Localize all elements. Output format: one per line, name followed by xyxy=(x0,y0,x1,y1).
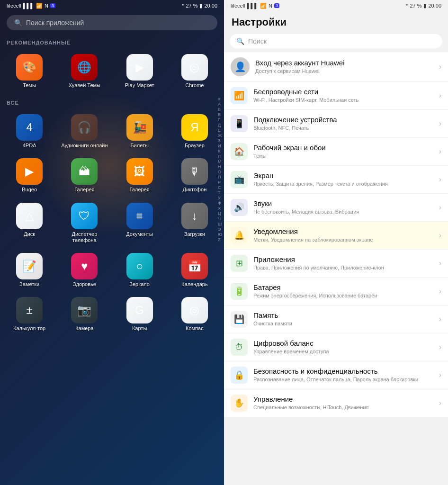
app-item-browser[interactable]: Я Браузер xyxy=(168,110,221,153)
alphabet-letter-Ч[interactable]: Ч xyxy=(218,216,222,221)
settings-icon-manage: ✋ xyxy=(231,395,248,412)
settings-text-security: Безопасность и конфиденциальность Распоз… xyxy=(253,367,435,383)
alphabet-letter-Ю[interactable]: Ю xyxy=(218,232,222,237)
settings-desc-battery: Режим энергосбережения, Использование ба… xyxy=(253,292,435,299)
alphabet-sidebar[interactable]: #АБВГДЕЖЗИКЛМНОПРСТУФХЦЧШЭЮZ xyxy=(216,95,224,244)
settings-item-security[interactable]: 🔒 Безопасность и конфиденциальность Расп… xyxy=(224,361,448,389)
app-item-temy[interactable]: 🎨 Темы xyxy=(3,50,56,92)
alphabet-letter-Б[interactable]: Б xyxy=(218,107,222,112)
alphabet-letter-Е[interactable]: Е xyxy=(218,128,222,133)
app-item-video[interactable]: ▶ Bugeo xyxy=(3,154,56,197)
app-item-mirror[interactable]: ○ Зеркало xyxy=(113,249,166,291)
app-search-placeholder: Поиск приложений xyxy=(26,19,84,27)
settings-search-placeholder: Поиск xyxy=(248,37,267,45)
app-icon-symbol-video: ▶ xyxy=(25,165,34,178)
alphabet-letter-Z[interactable]: Z xyxy=(218,237,222,242)
alphabet-letter-Ш[interactable]: Ш xyxy=(218,222,222,226)
app-item-bilety[interactable]: 🚂 Билеты xyxy=(113,110,166,153)
alphabet-letter-#[interactable]: # xyxy=(218,97,222,101)
app-item-gallery1[interactable]: 🏔 Галерея xyxy=(58,154,111,197)
alphabet-letter-У[interactable]: У xyxy=(218,196,222,200)
app-item-disk[interactable]: △ Диск xyxy=(3,199,56,247)
app-item-chrome[interactable]: ◎ Chrome xyxy=(168,50,221,92)
app-item-calc[interactable]: ± Калькуля-тор xyxy=(3,293,56,335)
settings-item-sound[interactable]: 🔊 Звуки Не беспокоить, Мелодия вызова, В… xyxy=(224,194,448,222)
settings-item-display[interactable]: 📺 Экран Яркость, Защита зрения, Размер т… xyxy=(224,166,448,194)
app-item-gallery2[interactable]: 🖼 Галерея xyxy=(113,154,166,197)
app-label-calc: Калькуля-тор xyxy=(13,325,45,332)
alphabet-letter-Ф[interactable]: Ф xyxy=(218,201,222,206)
left-carrier: lifecell xyxy=(7,3,21,9)
alphabet-letter-С[interactable]: С xyxy=(218,185,222,190)
alphabet-letter-Т[interactable]: Т xyxy=(218,190,222,195)
app-item-downloads[interactable]: ↓ Загрузки xyxy=(168,199,221,247)
alphabet-letter-И[interactable]: И xyxy=(218,144,222,148)
app-item-compass[interactable]: ◎ Компас xyxy=(168,293,221,335)
app-label-camera: Камера xyxy=(75,325,93,332)
alphabet-letter-Ж[interactable]: Ж xyxy=(218,133,222,138)
avatar-icon-huawei-account: 👤 xyxy=(234,61,246,72)
alphabet-letter-П[interactable]: П xyxy=(218,175,222,180)
app-item-dispatcher[interactable]: 🛡 Диспетчер телефона xyxy=(58,199,111,247)
settings-arrow-balance: › xyxy=(439,343,441,351)
alphabet-letter-О[interactable]: О xyxy=(218,170,222,174)
left-signal-icon: ▌▌▌ xyxy=(23,3,34,9)
app-item-play[interactable]: ▶ Play Маркет xyxy=(113,50,166,92)
left-data-icon: 3 xyxy=(50,3,55,8)
app-item-huawei[interactable]: 🌐 Хуавей Темы xyxy=(58,50,111,92)
settings-item-wifi[interactable]: 📶 Беспроводные сети Wi-Fi, Настройки SIM… xyxy=(224,82,448,110)
app-item-camera[interactable]: 📷 Камера xyxy=(58,293,111,335)
settings-desc-balance: Управление временем доступа xyxy=(253,348,435,355)
alphabet-letter-Э[interactable]: Э xyxy=(218,227,222,232)
alphabet-letter-Д[interactable]: Д xyxy=(218,123,222,127)
alphabet-letter-З[interactable]: З xyxy=(218,138,222,143)
app-search-bar[interactable]: 🔍 Поиск приложений xyxy=(7,15,217,30)
settings-item-balance[interactable]: ⏱ Цифровой баланс Управление временем до… xyxy=(224,333,448,361)
app-label-notes: Заметки xyxy=(19,281,39,287)
app-item-docs[interactable]: ≡ Документы xyxy=(113,199,166,247)
settings-item-memory[interactable]: 💾 Память Очистка памяти › xyxy=(224,305,448,333)
alphabet-letter-Х[interactable]: Х xyxy=(218,206,222,211)
app-label-compass: Компас xyxy=(186,325,204,332)
app-item-health[interactable]: ♥ Здоровье xyxy=(58,249,111,291)
app-item-maps[interactable]: G Карты xyxy=(113,293,166,335)
settings-item-apps[interactable]: ⊞ Приложения Права, Приложения по умолча… xyxy=(224,250,448,278)
alphabet-letter-Н[interactable]: Н xyxy=(218,164,222,169)
settings-icon-sound: 🔊 xyxy=(231,199,248,216)
settings-item-bluetooth[interactable]: 📱 Подключение устройства Bluetooth, NFC,… xyxy=(224,110,448,138)
alphabet-letter-К[interactable]: К xyxy=(218,149,222,153)
app-item-notes[interactable]: 📝 Заметки xyxy=(3,249,56,291)
app-item-dictophone[interactable]: 🎙 Диктофон xyxy=(168,154,221,197)
settings-name-sound: Звуки xyxy=(253,199,435,207)
settings-item-homescreen[interactable]: 🏠 Рабочий экран и обои Темы › xyxy=(224,138,448,166)
settings-item-huawei-account[interactable]: 👤 Вход через аккаунт Huawei Доступ к сер… xyxy=(224,52,448,82)
app-item-4pda[interactable]: 4 4PDA xyxy=(3,110,56,153)
settings-icon-wifi: 📶 xyxy=(231,87,248,104)
app-icon-bilety: 🚂 xyxy=(126,114,153,141)
app-icon-symbol-audiobook: 🎧 xyxy=(77,121,91,134)
app-icon-symbol-gallery2: 🖼 xyxy=(134,165,145,178)
app-label-huawei: Хуавей Темы xyxy=(69,82,100,89)
app-label-browser: Браузер xyxy=(185,143,205,149)
app-label-maps: Карты xyxy=(132,325,147,332)
alphabet-letter-А[interactable]: А xyxy=(218,102,222,107)
alphabet-letter-Л[interactable]: Л xyxy=(218,154,222,159)
settings-search-bar[interactable]: 🔍 Поиск xyxy=(230,34,442,48)
alphabet-letter-Г[interactable]: Г xyxy=(218,117,222,122)
settings-title: Настройки xyxy=(224,11,448,32)
alphabet-letter-М[interactable]: М xyxy=(218,159,222,164)
alphabet-letter-Р[interactable]: Р xyxy=(218,180,222,185)
settings-text-huawei-account: Вход через аккаунт Huawei Доступ к серви… xyxy=(255,59,435,74)
app-icon-symbol-4pda: 4 xyxy=(26,121,32,134)
right-carrier: lifecell xyxy=(231,3,245,9)
all-apps-grid: 4 4PDA 🎧 Аудиокниги онлайн 🚂 Билеты Я Бр… xyxy=(0,108,224,337)
alphabet-letter-Ц[interactable]: Ц xyxy=(218,211,222,216)
alphabet-letter-В[interactable]: В xyxy=(218,112,222,117)
settings-item-notifications[interactable]: 🔔 Уведомления Метки, Уведомления на забл… xyxy=(224,222,448,250)
app-label-audiobook: Аудиокниги онлайн xyxy=(61,143,108,149)
app-item-audiobook[interactable]: 🎧 Аудиокниги онлайн xyxy=(58,110,111,153)
app-icon-symbol-calendar: 📅 xyxy=(188,260,202,273)
settings-item-manage[interactable]: ✋ Управление Специальные возможности, Hi… xyxy=(224,389,448,417)
settings-item-battery[interactable]: 🔋 Батарея Режим энергосбережения, Исполь… xyxy=(224,278,448,305)
app-item-calendar[interactable]: 📅 Календарь xyxy=(168,249,221,291)
